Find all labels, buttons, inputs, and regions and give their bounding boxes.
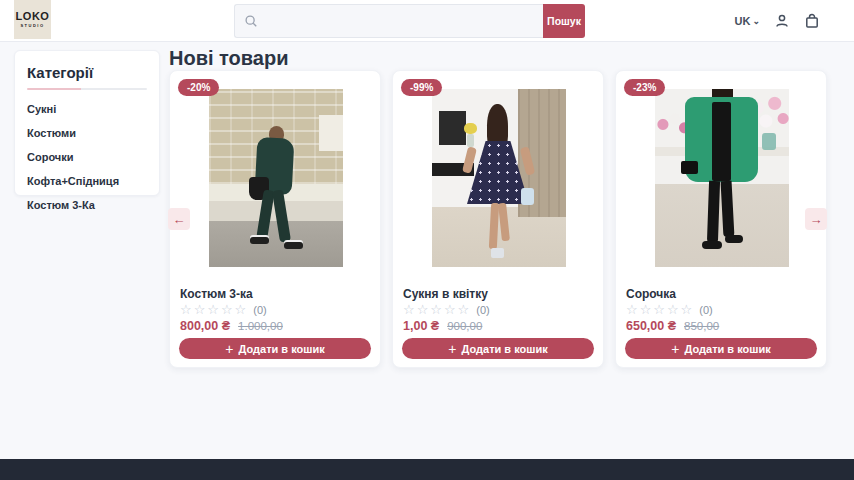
footer bbox=[0, 459, 854, 480]
search-button[interactable]: Пошук bbox=[543, 4, 585, 38]
product-card: -20% Костюм 3-ка ☆☆☆☆☆ (0) 800,00 ₴ 1.00… bbox=[169, 70, 381, 368]
sidebar-item-sukni[interactable]: Сукні bbox=[27, 103, 147, 115]
sidebar-item-kofta-spidnytsya[interactable]: Кофта+Спідниця bbox=[27, 175, 147, 187]
tv-screen bbox=[439, 111, 466, 145]
discount-badge: -99% bbox=[401, 79, 442, 96]
add-to-cart-button[interactable]: + Додати в кошик bbox=[179, 338, 371, 359]
current-price: 800,00 ₴ bbox=[180, 319, 230, 333]
add-to-cart-button[interactable]: + Додати в кошик bbox=[402, 338, 594, 359]
current-price: 1,00 ₴ bbox=[403, 319, 439, 333]
product-photo[interactable] bbox=[209, 89, 343, 267]
star-icons: ☆☆☆☆☆ bbox=[626, 302, 694, 317]
logo-subtitle: STUDIO bbox=[20, 23, 44, 28]
add-to-cart-label: Додати в кошик bbox=[685, 343, 771, 355]
rating-count: (0) bbox=[699, 304, 712, 316]
product-name[interactable]: Сорочка bbox=[626, 287, 676, 301]
plus-icon: + bbox=[448, 342, 456, 356]
header-actions: UK ⌄ bbox=[735, 0, 820, 42]
plus-icon: + bbox=[671, 342, 679, 356]
rating-count: (0) bbox=[253, 304, 266, 316]
sidebar-item-kostyum-3ka[interactable]: Костюм 3-Ка bbox=[27, 199, 147, 211]
rating-row: ☆☆☆☆☆ (0) bbox=[403, 302, 490, 317]
rating-row: ☆☆☆☆☆ (0) bbox=[626, 302, 713, 317]
window-sill bbox=[319, 115, 343, 151]
user-icon bbox=[774, 13, 790, 29]
product-name[interactable]: Костюм 3-ка bbox=[180, 287, 253, 301]
plus-icon: + bbox=[225, 342, 233, 356]
person-shoe bbox=[284, 242, 303, 249]
person-leg bbox=[707, 181, 720, 243]
tulips bbox=[464, 123, 477, 134]
language-label: UK bbox=[735, 15, 751, 27]
person-bag bbox=[681, 161, 698, 174]
product-photo[interactable] bbox=[655, 89, 789, 267]
page-title: Нові товари bbox=[169, 47, 288, 70]
old-price: 1.000,00 bbox=[238, 320, 283, 332]
categories-panel: Категорії Сукні Костюми Сорочки Кофта+Сп… bbox=[14, 50, 160, 196]
add-to-cart-label: Додати в кошик bbox=[239, 343, 325, 355]
person-shoe bbox=[702, 241, 722, 249]
vase bbox=[467, 134, 474, 147]
sidebar-item-kostyumy[interactable]: Костюми bbox=[27, 127, 147, 139]
chevron-down-icon: ⌄ bbox=[752, 17, 760, 25]
sidebar-item-sorochky[interactable]: Сорочки bbox=[27, 151, 147, 163]
person-top bbox=[712, 102, 731, 181]
price-row: 650,00 ₴ 850,00 bbox=[626, 319, 719, 333]
old-price: 850,00 bbox=[684, 320, 719, 332]
product-photo[interactable] bbox=[432, 89, 566, 267]
cart-button[interactable] bbox=[803, 13, 820, 30]
star-icons: ☆☆☆☆☆ bbox=[180, 302, 248, 317]
rating-row: ☆☆☆☆☆ (0) bbox=[180, 302, 267, 317]
person-shoe bbox=[250, 237, 269, 244]
divider bbox=[27, 88, 147, 90]
current-price: 650,00 ₴ bbox=[626, 319, 676, 333]
person-bag bbox=[521, 188, 534, 205]
add-to-cart-button[interactable]: + Додати в кошик bbox=[625, 338, 817, 359]
carousel-prev-button[interactable]: ← bbox=[168, 208, 190, 230]
shopping-bag-icon bbox=[804, 13, 820, 29]
header: LOKO STUDIO Пошук UK ⌄ bbox=[0, 0, 854, 42]
old-price: 900,00 bbox=[447, 320, 482, 332]
product-card: -99% Сукня в квітку ☆☆☆☆☆ (0) 1,00 ₴ 900… bbox=[392, 70, 604, 368]
discount-badge: -23% bbox=[624, 79, 665, 96]
person-shoe bbox=[491, 248, 504, 258]
search-input[interactable] bbox=[265, 14, 505, 28]
language-selector[interactable]: UK ⌄ bbox=[735, 15, 760, 27]
vase bbox=[762, 133, 776, 150]
product-card: -23% Сорочка ☆☆☆☆☆ (0) 650,00 ₴ 850,00 +… bbox=[615, 70, 827, 368]
price-row: 800,00 ₴ 1.000,00 bbox=[180, 319, 283, 333]
logo[interactable]: LOKO STUDIO bbox=[14, 0, 51, 39]
rating-count: (0) bbox=[476, 304, 489, 316]
price-row: 1,00 ₴ 900,00 bbox=[403, 319, 482, 333]
person-shoe bbox=[725, 235, 743, 243]
logo-title: LOKO bbox=[16, 11, 50, 22]
account-button[interactable] bbox=[773, 13, 790, 30]
carousel-next-button[interactable]: → bbox=[805, 208, 827, 230]
categories-title: Категорії bbox=[27, 64, 147, 81]
discount-badge: -20% bbox=[178, 79, 219, 96]
add-to-cart-label: Додати в кошик bbox=[462, 343, 548, 355]
search-field-box bbox=[234, 4, 543, 38]
search-bar: Пошук bbox=[234, 4, 585, 38]
category-list: Сукні Костюми Сорочки Кофта+Спідниця Кос… bbox=[27, 103, 147, 211]
star-icons: ☆☆☆☆☆ bbox=[403, 302, 471, 317]
product-name[interactable]: Сукня в квітку bbox=[403, 287, 488, 301]
search-icon bbox=[244, 14, 258, 28]
